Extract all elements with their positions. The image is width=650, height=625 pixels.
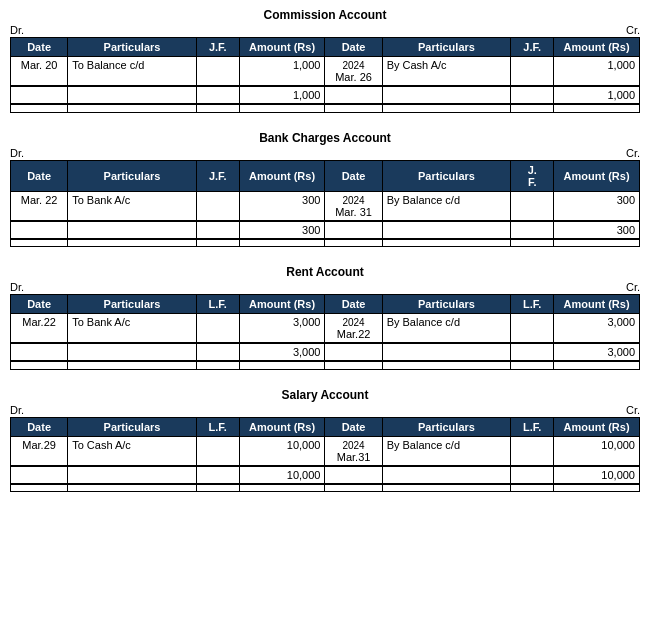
total-amount-right: 300 (554, 221, 640, 239)
empty-cell-3 (239, 239, 325, 247)
empty-cell-3 (239, 484, 325, 492)
total-empty-right-0 (325, 466, 382, 484)
left-jf (196, 314, 239, 344)
col-header-5: Particulars (382, 295, 511, 314)
right-jf (511, 57, 554, 87)
col-header-1: Particulars (68, 295, 197, 314)
total-empty-left-0 (11, 466, 68, 484)
empty-cell-6 (511, 239, 554, 247)
total-empty-left-1 (68, 86, 197, 104)
empty-cell-4 (325, 239, 382, 247)
dr-label: Dr. (10, 404, 24, 416)
empty-cell-6 (511, 104, 554, 112)
total-empty-left-1 (68, 343, 197, 361)
left-date: Mar. 22 (11, 191, 68, 221)
total-empty-right-1 (382, 343, 511, 361)
dr-cr-row: Dr.Cr. (10, 147, 640, 159)
col-header-7: Amount (Rs) (554, 160, 640, 191)
total-empty-left-2 (196, 221, 239, 239)
empty-row (11, 484, 640, 492)
total-amount-right: 1,000 (554, 86, 640, 104)
total-empty-right-1 (382, 221, 511, 239)
empty-cell-0 (11, 484, 68, 492)
cr-label: Cr. (626, 404, 640, 416)
left-amount: 3,000 (239, 314, 325, 344)
empty-cell-6 (511, 361, 554, 369)
account-section-0: Commission AccountDr.Cr.DateParticularsJ… (10, 8, 640, 113)
col-header-3: Amount (Rs) (239, 160, 325, 191)
col-header-2: J.F. (196, 38, 239, 57)
col-header-5: Particulars (382, 160, 511, 191)
empty-cell-0 (11, 361, 68, 369)
empty-cell-7 (554, 361, 640, 369)
empty-cell-4 (325, 361, 382, 369)
total-empty-left-0 (11, 343, 68, 361)
account-section-3: Salary AccountDr.Cr.DateParticularsL.F.A… (10, 388, 640, 493)
dr-label: Dr. (10, 281, 24, 293)
empty-cell-5 (382, 239, 511, 247)
ledger-table: DateParticularsL.F.Amount (Rs)DatePartic… (10, 294, 640, 370)
left-date: Mar. 20 (11, 57, 68, 87)
empty-cell-1 (68, 484, 197, 492)
col-header-2: J.F. (196, 160, 239, 191)
col-header-2: L.F. (196, 417, 239, 436)
empty-cell-2 (196, 484, 239, 492)
col-header-4: Date (325, 160, 382, 191)
empty-cell-1 (68, 104, 197, 112)
total-empty-right-0 (325, 343, 382, 361)
col-header-2: L.F. (196, 295, 239, 314)
left-particulars: To Bank A/c (68, 191, 197, 221)
col-header-1: Particulars (68, 417, 197, 436)
left-amount: 300 (239, 191, 325, 221)
dr-cr-row: Dr.Cr. (10, 404, 640, 416)
col-header-0: Date (11, 38, 68, 57)
account-section-1: Bank Charges AccountDr.Cr.DateParticular… (10, 131, 640, 248)
empty-row (11, 361, 640, 369)
col-header-4: Date (325, 295, 382, 314)
right-particulars: By Balance c/d (382, 191, 511, 221)
empty-cell-4 (325, 104, 382, 112)
total-amount-left: 1,000 (239, 86, 325, 104)
right-particulars: By Balance c/d (382, 314, 511, 344)
empty-cell-2 (196, 104, 239, 112)
right-date: 2024Mar.22 (325, 314, 382, 344)
left-amount: 1,000 (239, 57, 325, 87)
total-empty-left-0 (11, 86, 68, 104)
total-row: 300300 (11, 221, 640, 239)
empty-cell-2 (196, 361, 239, 369)
col-header-6: J.F. (511, 38, 554, 57)
empty-cell-5 (382, 361, 511, 369)
left-particulars: To Bank A/c (68, 314, 197, 344)
empty-cell-6 (511, 484, 554, 492)
dr-label: Dr. (10, 24, 24, 36)
empty-cell-3 (239, 104, 325, 112)
account-title: Rent Account (10, 265, 640, 279)
right-amount: 1,000 (554, 57, 640, 87)
table-row: Mar.29To Cash A/c10,0002024Mar.31By Bala… (11, 436, 640, 466)
total-amount-left: 300 (239, 221, 325, 239)
left-date: Mar.29 (11, 436, 68, 466)
cr-label: Cr. (626, 281, 640, 293)
left-particulars: To Balance c/d (68, 57, 197, 87)
col-header-4: Date (325, 38, 382, 57)
col-header-3: Amount (Rs) (239, 38, 325, 57)
empty-cell-0 (11, 239, 68, 247)
col-header-0: Date (11, 417, 68, 436)
right-date: 2024Mar. 26 (325, 57, 382, 87)
ledger-table: DateParticularsJ.F.Amount (Rs)DatePartic… (10, 160, 640, 248)
right-amount: 300 (554, 191, 640, 221)
empty-row (11, 104, 640, 112)
left-jf (196, 57, 239, 87)
left-jf (196, 436, 239, 466)
total-empty-left-2 (196, 466, 239, 484)
empty-cell-1 (68, 239, 197, 247)
total-empty-right-0 (325, 221, 382, 239)
right-jf (511, 314, 554, 344)
empty-cell-2 (196, 239, 239, 247)
total-row: 10,00010,000 (11, 466, 640, 484)
total-empty-left-1 (68, 466, 197, 484)
right-particulars: By Cash A/c (382, 57, 511, 87)
empty-cell-7 (554, 484, 640, 492)
col-header-0: Date (11, 160, 68, 191)
empty-cell-7 (554, 239, 640, 247)
